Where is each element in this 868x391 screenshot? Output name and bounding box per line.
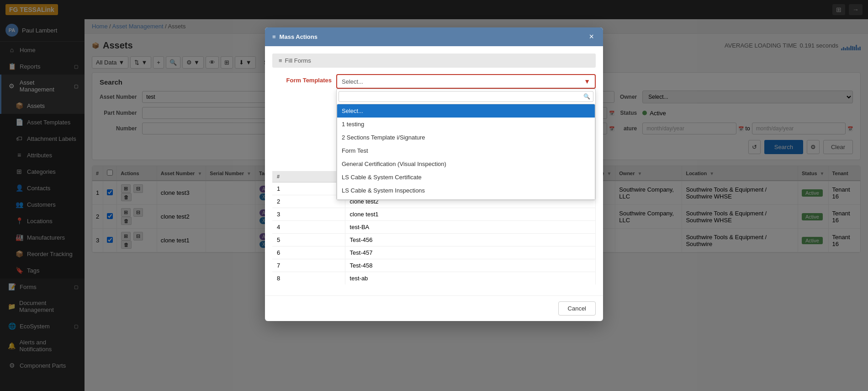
form-template-container: Select... ▼ 🔍 Select... — [336, 74, 596, 89]
dropdown-search-wrapper: 🔍 — [339, 91, 593, 102]
modal-overlay: ≡ Mass Actions × ≡ Fill Forms Form Templ… — [0, 0, 868, 391]
modal-cell-num-5: 5 — [272, 234, 345, 246]
form-template-dropdown: 🔍 Select... 1 testing 2 Sections Templat… — [336, 89, 596, 200]
modal-table-row: 8test-ab — [272, 272, 596, 285]
modal-title-text: Mass Actions — [280, 33, 318, 40]
modal-cell-asset-7: Test-458 — [345, 259, 595, 272]
modal-col-num: # — [272, 171, 345, 182]
modal-close-button[interactable]: × — [587, 32, 596, 42]
dropdown-search-input[interactable] — [342, 93, 583, 100]
dropdown-item-ls-cert[interactable]: LS Cable & System Certificate — [337, 171, 595, 184]
modal-table-row: 6Test-457 — [272, 246, 596, 259]
fill-forms-icon: ≡ — [279, 57, 282, 64]
modal-cell-num-3: 3 — [272, 208, 345, 221]
dropdown-item-2-sections[interactable]: 2 Sections Template i/Signature — [337, 131, 595, 144]
modal-cell-asset-4: test-BA — [345, 221, 595, 234]
cancel-button[interactable]: Cancel — [558, 301, 596, 316]
dropdown-list: Select... 1 testing 2 Sections Template … — [337, 104, 595, 200]
modal-table-row: 4test-BA — [272, 221, 596, 234]
dropdown-item-1-testing[interactable]: 1 testing — [337, 118, 595, 131]
modal-table-row: 3clone test1 — [272, 208, 596, 221]
dropdown-item-gen-cert[interactable]: General Certification (Visual Inspection… — [337, 157, 595, 171]
form-template-row: Form Templates Select... ▼ 🔍 — [272, 74, 596, 89]
form-template-selected: Select... — [342, 78, 363, 85]
modal-cell-asset-5: Test-456 — [345, 234, 595, 246]
modal-title-icon: ≡ — [272, 33, 276, 40]
fill-forms-header: ≡ Fill Forms — [272, 54, 596, 68]
dropdown-search-icon: 🔍 — [583, 93, 590, 100]
modal-cell-num-1: 1 — [272, 182, 345, 195]
dropdown-search-container: 🔍 — [337, 89, 595, 104]
modal-cell-asset-6: Test-457 — [345, 246, 595, 259]
mass-actions-modal: ≡ Mass Actions × ≡ Fill Forms Form Templ… — [265, 27, 603, 321]
dropdown-item-ls-repair[interactable]: LS Cable & System Repairs — [337, 197, 595, 200]
modal-cell-asset-8: test-ab — [345, 272, 595, 285]
modal-cell-num-2: 2 — [272, 195, 345, 208]
form-template-label: Form Templates — [272, 74, 332, 84]
modal-cell-asset-3: clone test1 — [345, 208, 595, 221]
modal-cell-num-8: 8 — [272, 272, 345, 285]
dropdown-item-form-test[interactable]: Form Test — [337, 144, 595, 157]
modal-cell-num-6: 6 — [272, 246, 345, 259]
dropdown-item-ls-insp[interactable]: LS Cable & System Inspections — [337, 184, 595, 197]
form-template-trigger[interactable]: Select... ▼ — [336, 74, 596, 89]
modal-table-row: 5Test-456 — [272, 234, 596, 246]
dropdown-arrow-icon: ▼ — [584, 78, 590, 85]
modal-cell-num-7: 7 — [272, 259, 345, 272]
dropdown-item-select[interactable]: Select... — [337, 104, 595, 118]
modal-table-row: 7Test-458 — [272, 259, 596, 272]
modal-footer: Cancel — [265, 295, 603, 321]
modal-body: ≡ Fill Forms Form Templates Select... ▼ — [265, 46, 603, 295]
modal-header: ≡ Mass Actions × — [265, 27, 603, 46]
fill-forms-label: Fill Forms — [285, 57, 311, 64]
modal-title: ≡ Mass Actions — [272, 33, 318, 40]
modal-cell-num-4: 4 — [272, 221, 345, 234]
